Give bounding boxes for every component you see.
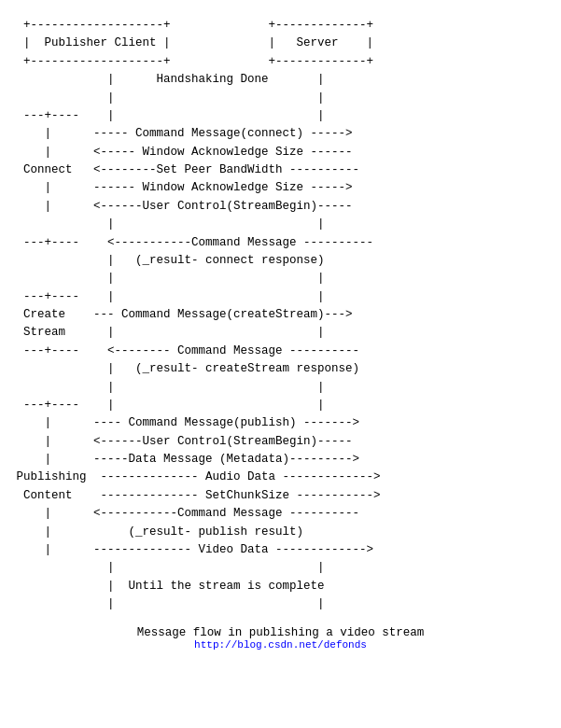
sequence-diagram: +-------------------+ +-------------+ | … <box>0 7 561 623</box>
diagram-url: http://blog.csdn.net/defonds <box>0 639 561 651</box>
diagram-caption: Message flow in publishing a video strea… <box>0 626 561 639</box>
diagram-container: +-------------------+ +-------------+ | … <box>0 0 561 728</box>
